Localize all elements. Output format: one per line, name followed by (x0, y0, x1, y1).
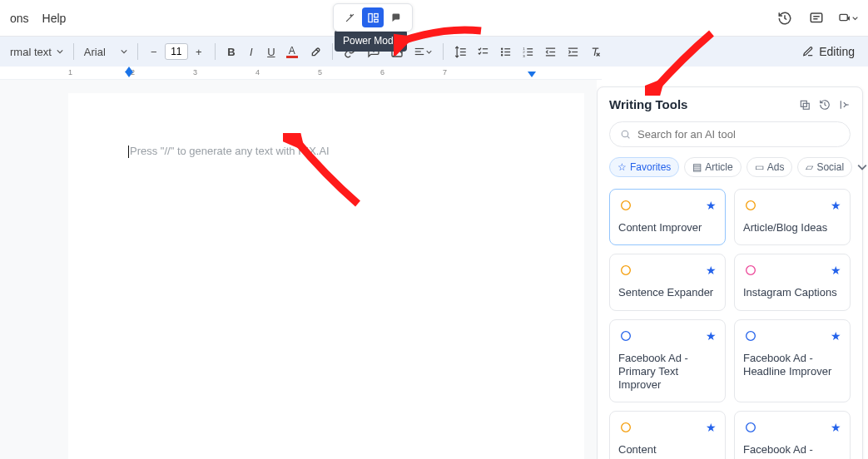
align-button[interactable] (409, 42, 436, 62)
favorite-star-icon[interactable]: ★ (831, 199, 841, 212)
power-mode-button[interactable] (362, 7, 384, 27)
menu-item-help[interactable]: Help (42, 12, 67, 25)
svg-point-52 (622, 423, 631, 432)
ruler-tick: 6 (380, 68, 384, 76)
italic-button[interactable]: I (242, 42, 260, 62)
ai-mode-pill (333, 3, 413, 32)
tool-icon (618, 263, 633, 278)
chip-social[interactable]: ▱ Social (797, 157, 852, 177)
svg-point-49 (746, 266, 756, 275)
indent-marker-right[interactable] (528, 72, 536, 77)
chip-article[interactable]: ▤ Article (684, 157, 741, 177)
svg-point-21 (501, 51, 502, 52)
chip-label: Favorites (630, 161, 671, 173)
favorite-star-icon[interactable]: ★ (831, 421, 841, 434)
bold-button[interactable]: B (222, 42, 241, 62)
ruler-tick: 3 (193, 68, 197, 76)
favorite-star-icon[interactable]: ★ (831, 329, 841, 343)
panel-history-icon[interactable] (819, 99, 831, 111)
document-area[interactable]: Press "//" to generate any text with HIX… (0, 80, 597, 459)
favorite-star-icon[interactable]: ★ (706, 329, 717, 343)
paragraph-style-label: rmal text (10, 46, 52, 58)
bullet-list-button[interactable] (495, 42, 516, 62)
underline-button[interactable]: U (262, 42, 280, 62)
svg-point-20 (501, 48, 502, 49)
paragraph-style-select[interactable]: rmal text (7, 46, 67, 58)
editor-placeholder: Press "//" to generate any text with HIX… (128, 145, 330, 157)
svg-text:3: 3 (523, 53, 525, 57)
highlight-button[interactable] (304, 42, 325, 62)
chip-ads[interactable]: ▭ Ads (746, 157, 793, 177)
svg-point-50 (622, 331, 631, 340)
tool-icon (743, 198, 758, 213)
comment-icon[interactable] (806, 8, 826, 28)
present-icon[interactable] (838, 8, 858, 28)
tool-icon (743, 420, 758, 435)
tool-label: Article/Blog Ideas (743, 221, 841, 234)
ruler-tick: 4 (255, 68, 260, 76)
tool-card[interactable]: ★Article/Blog Ideas (734, 189, 851, 245)
editing-mode-button[interactable]: Editing (802, 45, 861, 58)
tool-icon (743, 328, 758, 343)
menu-item-ons[interactable]: ons (10, 12, 29, 25)
chat-icon[interactable] (385, 7, 407, 27)
font-family-select[interactable]: Arial (81, 46, 131, 58)
pencil-icon (802, 46, 814, 57)
tool-icon (618, 198, 633, 213)
text-color-button[interactable]: A (282, 42, 302, 62)
increase-font-button[interactable]: + (190, 42, 208, 62)
svg-rect-6 (374, 19, 377, 22)
ruler-tick: 5 (318, 68, 322, 76)
tool-card[interactable]: ★Sentence Expander (609, 254, 726, 310)
editing-mode-label: Editing (819, 45, 855, 58)
tool-card[interactable]: ★Facebook Ad - Primary Text (734, 411, 851, 459)
favorite-star-icon[interactable]: ★ (706, 421, 717, 434)
star-icon: ☆ (618, 161, 627, 173)
svg-point-46 (622, 201, 631, 210)
formatting-toolbar: rmal text Arial − + B I U A 123 (0, 37, 868, 67)
menu-bar: ons Help (0, 0, 868, 37)
numbered-list-button[interactable]: 123 (518, 42, 538, 62)
tool-icon (743, 263, 758, 278)
tool-icon (618, 420, 633, 435)
tool-search-input[interactable] (637, 128, 840, 141)
ruler-tick: 1 (68, 68, 72, 76)
svg-point-51 (746, 331, 756, 340)
popout-icon[interactable] (799, 99, 811, 111)
magic-icon[interactable] (339, 7, 360, 27)
font-size-input[interactable] (165, 43, 188, 60)
checklist-button[interactable] (473, 42, 494, 62)
line-spacing-button[interactable] (450, 42, 471, 62)
clear-format-button[interactable] (585, 42, 606, 62)
indent-button[interactable] (563, 42, 583, 62)
page[interactable]: Press "//" to generate any text with HIX… (68, 93, 584, 459)
decrease-font-button[interactable]: − (145, 42, 163, 62)
tool-card[interactable]: ★Content Improver (609, 189, 726, 245)
favorite-star-icon[interactable]: ★ (831, 264, 841, 277)
expand-chips-button[interactable] (857, 162, 867, 172)
tool-card[interactable]: ★Facebook Ad - Primary Text Improver (609, 319, 726, 403)
tool-card[interactable]: ★Facebook Ad - Headline Improver (734, 319, 851, 403)
power-mode-tooltip: Power Mode (335, 30, 407, 52)
tool-label: Content Improver (618, 221, 717, 234)
chip-label: Social (816, 161, 844, 173)
tool-card[interactable]: ★Instagram Captions (734, 254, 851, 310)
ruler[interactable]: 1 2 3 4 5 6 7 (0, 67, 602, 80)
chip-label: Ads (767, 161, 785, 173)
favorite-star-icon[interactable]: ★ (706, 264, 717, 277)
first-line-marker[interactable] (125, 67, 133, 72)
tool-label: Facebook Ad - Headline Improver (743, 352, 841, 379)
tool-label: Facebook Ad - Primary Text Improver (618, 352, 717, 392)
chip-favorites[interactable]: ☆ Favorites (609, 157, 679, 177)
svg-line-45 (627, 136, 629, 138)
history-icon[interactable] (775, 8, 795, 28)
writing-tools-panel: Writing Tools ☆ Favorites ▤ Article ▭ Ad… (597, 86, 863, 459)
chip-label: Article (705, 161, 732, 173)
search-input-wrapper[interactable] (609, 121, 851, 147)
outdent-button[interactable] (540, 42, 561, 62)
indent-marker-left[interactable] (125, 72, 133, 77)
tool-card[interactable]: ★Content Summarizer (609, 411, 726, 459)
collapse-panel-icon[interactable] (839, 99, 851, 111)
favorite-star-icon[interactable]: ★ (706, 199, 717, 212)
search-icon (620, 129, 631, 140)
